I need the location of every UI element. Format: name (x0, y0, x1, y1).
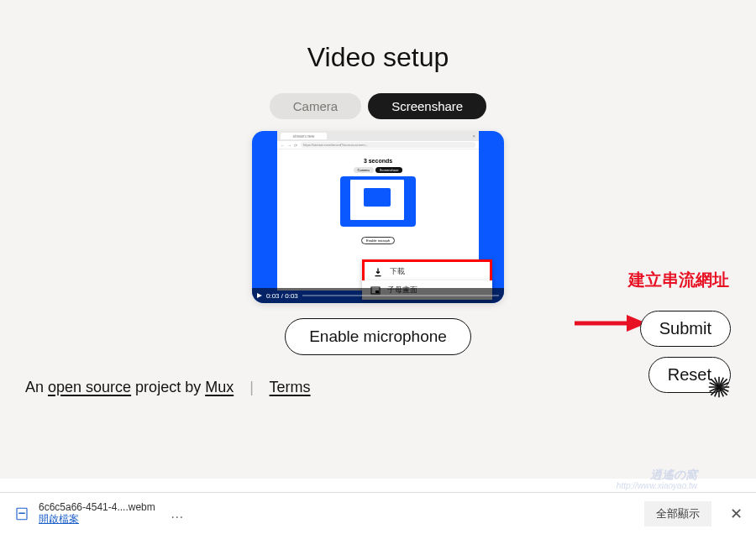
tab-camera[interactable]: Camera (270, 93, 361, 119)
play-icon[interactable] (257, 293, 262, 298)
footer-text: An open source project by Mux | Terms (25, 379, 311, 396)
svg-rect-13 (18, 512, 25, 514)
annotation-text: 建立串流網址 (628, 269, 729, 291)
progress-bar[interactable] (302, 295, 499, 296)
enable-microphone-button[interactable]: Enable microphone (285, 318, 471, 355)
inner-preview (340, 176, 416, 227)
inner-tab-camera: Camera (354, 167, 374, 173)
inner-enable-mic: Enable microph (361, 237, 395, 244)
download-more-icon[interactable]: … (171, 506, 186, 521)
tab-group: Camera Screenshare (0, 93, 756, 119)
footer: An open source project by Mux | Terms (0, 375, 756, 399)
footer-separator: | (249, 379, 254, 395)
show-all-downloads-button[interactable]: 全部顯示 (644, 501, 711, 526)
browser-url-bar: https://stream.new/record?source=screen.… (301, 142, 475, 148)
inner-countdown: 3 seconds (277, 158, 479, 164)
page-title: Video setup (0, 42, 756, 73)
video-time: 0:03 / 0:03 (266, 292, 298, 300)
video-controls[interactable]: 0:03 / 0:03 (252, 288, 504, 303)
main-area: Video setup Camera Screenshare stream.ne… (0, 0, 756, 479)
browser-tab-close: × (472, 134, 475, 139)
download-item[interactable]: 6c6c5a66-4541-4....webm 開啟檔案 (13, 502, 155, 526)
close-download-bar-icon[interactable]: ✕ (730, 505, 743, 523)
browser-tab-chip: stream.new (281, 133, 327, 139)
video-preview[interactable]: stream.new × ←→⟳ https://stream.new/reco… (252, 131, 504, 303)
starburst-icon (707, 375, 731, 399)
download-open-link[interactable]: 開啟檔案 (39, 514, 155, 526)
file-icon (13, 505, 30, 522)
ctx-download-label: 下載 (390, 266, 405, 277)
open-source-link[interactable]: open source (48, 379, 131, 395)
submit-button[interactable]: Submit (640, 311, 731, 347)
context-menu-download[interactable]: 下載 (362, 259, 492, 281)
tab-screenshare[interactable]: Screenshare (368, 93, 486, 119)
download-filename: 6c6c5a66-4541-4....webm (39, 502, 155, 514)
inner-tab-screenshare: Screenshare (375, 167, 403, 173)
mux-link[interactable]: Mux (205, 379, 234, 395)
annotation-arrow-icon (571, 311, 647, 336)
download-bar: 6c6c5a66-4541-4....webm 開啟檔案 … 全部顯示 ✕ (0, 492, 756, 534)
download-icon (373, 267, 383, 277)
terms-link[interactable]: Terms (270, 379, 311, 395)
